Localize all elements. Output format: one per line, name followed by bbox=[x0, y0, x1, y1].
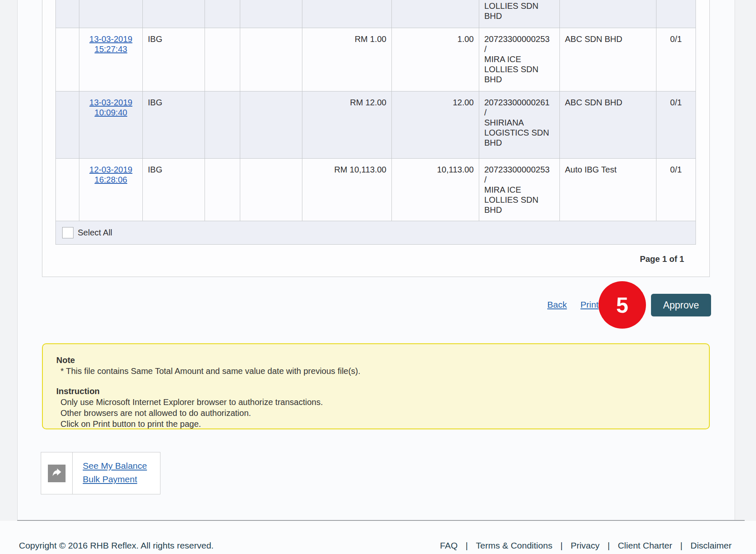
cell-empty bbox=[240, 28, 302, 91]
cell-checkbox bbox=[56, 158, 79, 221]
note-text: * This file contains Same Total Amount a… bbox=[56, 366, 696, 376]
cell-company: ABC SDN BHD bbox=[560, 91, 656, 158]
reference-line: SHIRIANA bbox=[484, 118, 554, 128]
cell-amount-rm bbox=[302, 0, 392, 28]
cell-reference: 20723300000253 / MIRA ICE LOLLIES SDN BH… bbox=[479, 28, 560, 91]
select-all-checkbox[interactable] bbox=[62, 227, 74, 238]
footer-separator: | bbox=[560, 541, 562, 550]
table-row: 12-03-201916:28:06 IBG RM 10,113.00 10,1… bbox=[56, 158, 696, 221]
cell-amount-rm: RM 10,113.00 bbox=[302, 158, 392, 221]
cell-date bbox=[79, 0, 143, 28]
cell-date: 13-03-201915:27:43 bbox=[79, 28, 143, 91]
cell-type: IBG bbox=[143, 28, 205, 91]
quicklinks-icon-cell bbox=[41, 452, 73, 494]
cell-amount bbox=[392, 0, 479, 28]
footer-separator: | bbox=[607, 541, 609, 550]
table-row-partial: LOLLIES SDN BHD bbox=[56, 0, 696, 28]
step-badge: 5 bbox=[598, 281, 646, 329]
transaction-date-link[interactable]: 13-03-201910:09:40 bbox=[89, 97, 132, 118]
cell-amount-rm: RM 12.00 bbox=[302, 91, 392, 158]
cell-type bbox=[143, 0, 205, 28]
reference-line: BHD bbox=[484, 138, 554, 148]
approve-button[interactable]: Approve bbox=[651, 294, 711, 316]
footer-link-faq[interactable]: FAQ bbox=[440, 541, 458, 550]
select-all-row: Select All bbox=[56, 221, 696, 244]
footer-link-terms[interactable]: Terms & Conditions bbox=[476, 541, 552, 550]
reference-line: LOLLIES SDN bbox=[484, 64, 554, 74]
reference-line: MIRA ICE bbox=[484, 185, 554, 195]
transaction-date-link[interactable]: 13-03-201915:27:43 bbox=[89, 34, 132, 54]
table-row: 13-03-201915:27:43 IBG RM 1.00 1.00 2072… bbox=[56, 28, 696, 91]
cell-empty bbox=[205, 0, 240, 28]
cell-amount: 1.00 bbox=[392, 28, 479, 91]
cell-company: Auto IBG Test bbox=[560, 158, 656, 221]
cell-amount: 12.00 bbox=[392, 91, 479, 158]
cell-company bbox=[560, 0, 656, 28]
cell-checkbox bbox=[56, 28, 79, 91]
bulk-payment-link[interactable]: Bulk Payment bbox=[83, 473, 147, 486]
footer-link-disclaimer[interactable]: Disclaimer bbox=[690, 541, 732, 550]
redo-arrow-icon bbox=[48, 465, 66, 482]
footer-copyright: Copyright © 2016 RHB Reflex. All rights … bbox=[19, 541, 214, 551]
cell-empty bbox=[240, 91, 302, 158]
cell-date: 13-03-201910:09:40 bbox=[79, 91, 143, 158]
instruction-title: Instruction bbox=[56, 386, 696, 397]
quicklinks-list: See My Balance Bulk Payment bbox=[73, 452, 147, 494]
footer-link-client-charter[interactable]: Client Charter bbox=[618, 541, 672, 550]
step-badge-number: 5 bbox=[616, 293, 628, 318]
reference-line: LOLLIES SDN bbox=[484, 1, 554, 11]
reference-line: / bbox=[484, 107, 554, 118]
table-row: 13-03-201910:09:40 IBG RM 12.00 12.00 20… bbox=[56, 91, 696, 158]
cell-amount-rm: RM 1.00 bbox=[302, 28, 392, 91]
reference-line: 20723300000253 bbox=[484, 165, 554, 175]
footer-divider bbox=[17, 520, 745, 521]
reference-line: LOLLIES SDN bbox=[484, 195, 554, 205]
cell-count: 0/1 bbox=[656, 91, 696, 158]
cell-empty bbox=[240, 158, 302, 221]
cell-empty bbox=[205, 158, 240, 221]
instruction-line: Click on Print button to print the page. bbox=[56, 418, 696, 429]
instruction-line: Only use Microsoft Internet Explorer bro… bbox=[56, 397, 696, 408]
quicklinks-box: See My Balance Bulk Payment bbox=[41, 452, 160, 494]
cell-count: 0/1 bbox=[656, 28, 696, 91]
cell-empty bbox=[240, 0, 302, 28]
cell-count: 0/1 bbox=[656, 158, 696, 221]
cell-reference: 20723300000261 / SHIRIANA LOGISTICS SDN … bbox=[479, 91, 560, 158]
cell-count bbox=[656, 0, 696, 28]
cell-reference: 20723300000253 / MIRA ICE LOLLIES SDN BH… bbox=[479, 158, 560, 221]
footer-links: FAQ|Terms & Conditions|Privacy|Client Ch… bbox=[440, 541, 732, 551]
cell-empty bbox=[205, 28, 240, 91]
cell-checkbox bbox=[56, 91, 79, 158]
instruction-line: Other browsers are not allowed to do aut… bbox=[56, 408, 696, 418]
cell-checkbox bbox=[56, 0, 79, 28]
cell-amount: 10,113.00 bbox=[392, 158, 479, 221]
cell-reference: LOLLIES SDN BHD bbox=[479, 0, 560, 28]
back-link[interactable]: Back bbox=[547, 300, 567, 310]
transactions-table: LOLLIES SDN BHD 13-03-201915:27:43 IBG R… bbox=[55, 0, 696, 245]
reference-line: BHD bbox=[484, 205, 554, 215]
note-box: Note * This file contains Same Total Amo… bbox=[42, 343, 710, 429]
reference-line: 20723300000253 bbox=[484, 34, 554, 44]
note-title: Note bbox=[56, 355, 696, 366]
page: { "table": { "partial_row": { "reference… bbox=[0, 0, 756, 554]
reference-line: BHD bbox=[484, 11, 554, 21]
reference-line: 20723300000261 bbox=[484, 97, 554, 107]
page-indicator: Page 1 of 1 bbox=[558, 254, 684, 264]
footer-separator: | bbox=[466, 541, 468, 550]
footer-separator: | bbox=[680, 541, 682, 550]
reference-line: BHD bbox=[484, 74, 554, 84]
transaction-date-link[interactable]: 12-03-201916:28:06 bbox=[89, 165, 132, 185]
print-link[interactable]: Print bbox=[580, 300, 598, 310]
footer-link-privacy[interactable]: Privacy bbox=[571, 541, 600, 550]
cell-company: ABC SDN BHD bbox=[560, 28, 656, 91]
reference-line: / bbox=[484, 175, 554, 185]
cell-empty bbox=[205, 91, 240, 158]
select-all-label: Select All bbox=[78, 228, 112, 237]
see-my-balance-link[interactable]: See My Balance bbox=[83, 459, 147, 473]
reference-line: / bbox=[484, 44, 554, 54]
reference-line: LOGISTICS SDN bbox=[484, 128, 554, 138]
cell-type: IBG bbox=[143, 91, 205, 158]
reference-line: MIRA ICE bbox=[484, 54, 554, 64]
cell-date: 12-03-201916:28:06 bbox=[79, 158, 143, 221]
cell-type: IBG bbox=[143, 158, 205, 221]
